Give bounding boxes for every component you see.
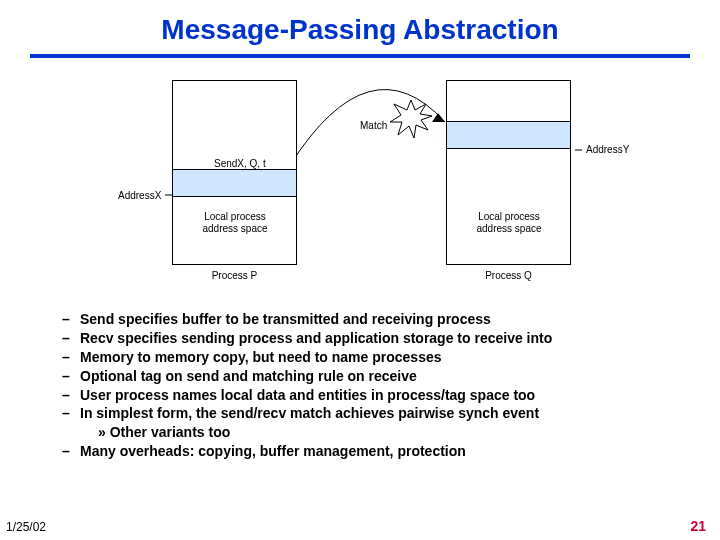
- local-addr-label-right: Local processaddress space: [459, 211, 559, 234]
- bullet-list: –Send specifies buffer to be transmitted…: [62, 310, 696, 461]
- list-item: –Many overheads: copying, buffer managem…: [62, 442, 696, 461]
- list-item: –Optional tag on send and matching rule …: [62, 367, 696, 386]
- arc-arrow: [0, 70, 720, 320]
- process-q-name: Process Q: [446, 270, 571, 281]
- send-label: SendX, Q, t: [214, 158, 266, 169]
- local-addr-label-left: Local processaddress space: [185, 211, 285, 234]
- list-item: –In simplest form, the send/recv match a…: [62, 404, 696, 423]
- list-item: –Recv specifies sending process and appl…: [62, 329, 696, 348]
- process-p-name: Process P: [172, 270, 297, 281]
- diagram-area: Match ReceiveY, P, t Local processaddres…: [0, 70, 720, 320]
- list-item: –Memory to memory copy, but need to name…: [62, 348, 696, 367]
- list-item: –Send specifies buffer to be transmitted…: [62, 310, 696, 329]
- address-y-label: AddressY: [586, 144, 629, 155]
- process-p-box: Local processaddress space: [172, 80, 297, 265]
- slide-title: Message-Passing Abstraction: [0, 0, 720, 46]
- process-q-box: Local processaddress space: [446, 80, 571, 265]
- sub-list-item: » Other variants too: [62, 423, 696, 442]
- svg-marker-6: [390, 100, 432, 138]
- match-label: Match: [360, 120, 387, 131]
- footer-page-number: 21: [690, 518, 706, 534]
- title-underline: [30, 54, 690, 58]
- footer-date: 1/25/02: [6, 520, 46, 534]
- address-x-label: AddressX: [118, 190, 161, 201]
- list-item: –User process names local data and entit…: [62, 386, 696, 405]
- buffer-band-right: [447, 121, 570, 149]
- buffer-band-left: [173, 169, 296, 197]
- match-starburst-icon: [388, 98, 434, 140]
